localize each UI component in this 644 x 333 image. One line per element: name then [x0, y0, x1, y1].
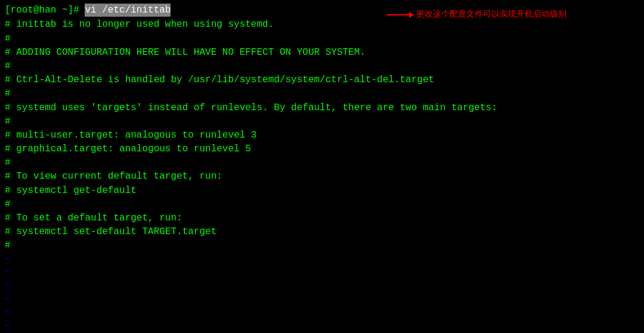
- tilde-1: ~: [5, 253, 639, 266]
- tilde-section: ~ ~ ~ ~ ~ ~: [5, 253, 639, 333]
- file-line-15: # To set a default target, run:: [5, 211, 639, 225]
- tilde-3: ~: [5, 279, 639, 292]
- file-line-6: #: [5, 87, 639, 101]
- file-line-11: #: [5, 156, 639, 170]
- prompt-cursor: [171, 4, 177, 17]
- file-line-13: # systemctl get-default: [5, 184, 639, 198]
- file-line-7: # systemd uses 'targets' instead of runl…: [5, 101, 639, 115]
- prompt-text: [root@han ~]#: [5, 4, 85, 17]
- file-line-9: # multi-user.target: analogous to runlev…: [5, 129, 639, 142]
- tilde-4: ~: [5, 293, 639, 306]
- file-content: # inittab is no longer used when using s…: [5, 18, 639, 253]
- file-line-8: #: [5, 115, 639, 129]
- file-line-2: #: [5, 32, 639, 46]
- annotation-container: 更改这个配置文件可以实现开机启动级别: [386, 9, 566, 21]
- file-line-10: # graphical.target: analogous to runleve…: [5, 142, 639, 156]
- annotation-text: 更改这个配置文件可以实现开机启动级别: [416, 9, 566, 21]
- file-line-3: # ADDING CONFIGURATION HERE WILL HAVE NO…: [5, 46, 639, 60]
- tilde-5: ~: [5, 306, 639, 319]
- file-line-12: # To view current default target, run:: [5, 170, 639, 183]
- arrow-line: [386, 14, 410, 15]
- file-line-17: #: [5, 239, 639, 253]
- prompt-command: vi /etc/inittab: [85, 4, 171, 17]
- file-line-16: # systemctl set-default TARGET.target: [5, 225, 639, 239]
- tilde-6: ~: [5, 320, 639, 333]
- file-line-4: #: [5, 60, 639, 73]
- file-line-5: # Ctrl-Alt-Delete is handled by /usr/lib…: [5, 73, 639, 87]
- prompt-line: [root@han ~]# vi /etc/inittab 更改这个配置文件可以…: [5, 4, 639, 17]
- file-line-14: #: [5, 198, 639, 211]
- terminal-window: [root@han ~]# vi /etc/inittab 更改这个配置文件可以…: [0, 0, 644, 333]
- tilde-2: ~: [5, 266, 639, 279]
